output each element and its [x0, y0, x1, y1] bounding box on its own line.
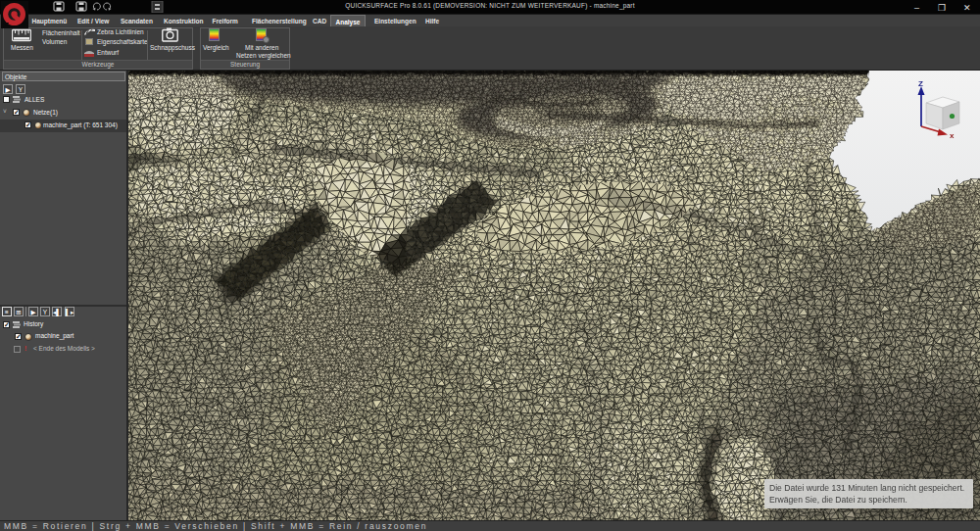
svg-text:Z: Z — [918, 79, 923, 88]
svg-text:x: x — [950, 131, 955, 139]
